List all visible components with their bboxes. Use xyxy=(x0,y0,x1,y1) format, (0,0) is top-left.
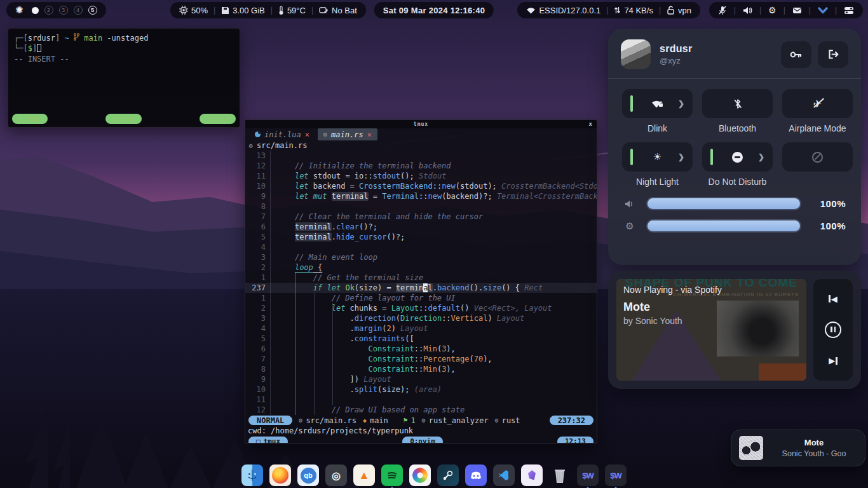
code-line[interactable]: 6 Constraint::Min(3), xyxy=(245,344,597,354)
workspace-3[interactable]: 3 xyxy=(59,6,68,15)
code-area[interactable]: 1312 // Initialize the terminal backend1… xyxy=(245,151,597,415)
workspace-1[interactable] xyxy=(32,7,39,14)
line-number: 8 xyxy=(245,364,271,374)
tmux-session-name[interactable]: □HUD xyxy=(12,114,48,124)
code-line[interactable]: 13 xyxy=(245,151,597,161)
tmux-editor-window[interactable]: tmux x init.lua × ⚙ main.rs × ⚙ src/main… xyxy=(245,119,597,444)
speaker-icon[interactable] xyxy=(743,6,752,15)
code-line[interactable]: 8 xyxy=(245,201,597,212)
code-line[interactable]: 2 let chunks = Layout::default() Vec<Rec… xyxy=(245,303,597,313)
next-track-button[interactable]: ▶ xyxy=(829,356,837,365)
tab-close-icon[interactable]: × xyxy=(305,130,309,139)
dock-item-w-app-2[interactable]: $W xyxy=(605,464,627,486)
previous-track-button[interactable]: ◀ xyxy=(829,295,837,303)
brightness-slider[interactable] xyxy=(646,219,801,233)
dock-item-finder[interactable] xyxy=(241,464,263,486)
dock-item-spotify[interactable] xyxy=(381,464,403,486)
chevron-right-icon[interactable]: ❯ xyxy=(678,99,684,108)
hud-terminal-window[interactable]: ┌─[srdusr] ~ main -unstaged └─[$] -- INS… xyxy=(8,28,240,128)
code-line[interactable]: 12 // Draw UI based on app state xyxy=(245,405,597,415)
tmux-session-name[interactable]: □tmux xyxy=(248,437,288,444)
window-close-button[interactable]: x xyxy=(589,121,593,127)
chevron-right-icon[interactable]: ❯ xyxy=(678,152,684,161)
tab-main-rs[interactable]: ⚙ main.rs × xyxy=(318,128,377,140)
dock-item-discord[interactable] xyxy=(465,464,487,486)
code-line[interactable]: 3 .direction(Direction::Vertical) Layout xyxy=(245,313,597,323)
toggle-blocked[interactable] xyxy=(782,142,853,172)
hud-tmux-statusbar: □HUD 0:zsh 12:14 xyxy=(12,114,236,124)
thermometer-icon xyxy=(278,6,284,15)
code-line[interactable]: 4 .margin(2) Layout xyxy=(245,323,597,334)
cwd-line: cwd: /home/srdusr/projects/typerpunk xyxy=(245,426,597,436)
workspace-5[interactable]: 5 xyxy=(88,6,97,15)
tmux-window-label[interactable]: 0:zsh xyxy=(105,114,142,124)
tab-init-lua[interactable]: init.lua × xyxy=(249,128,315,140)
tmux-window-label[interactable]: 0:nvim xyxy=(402,437,443,444)
statusline-file: ⚙src/main.rs xyxy=(299,416,356,425)
dock-item-firefox[interactable] xyxy=(269,464,291,486)
dock-item-photos[interactable] xyxy=(409,464,431,486)
tab-close-icon[interactable]: × xyxy=(367,130,372,139)
microphone-muted-icon[interactable] xyxy=(718,6,727,15)
flag-icon: ⚑ xyxy=(403,416,408,424)
sliders-tray-icon[interactable] xyxy=(844,6,854,15)
launcher-logo-icon[interactable]: ✺ xyxy=(15,4,24,16)
dock-item-w-app-1[interactable]: $W xyxy=(577,464,599,486)
code-line[interactable]: 1 // Get the terminal size xyxy=(245,273,597,283)
music-notification[interactable]: Mote Sonic Youth - Goo xyxy=(731,430,865,466)
code-line[interactable]: 1 // Define layout for the UI xyxy=(245,293,597,303)
dock-item-qbittorrent[interactable]: qb xyxy=(297,464,319,486)
code-line[interactable]: 237 if let Ok(size) = terminal.backend()… xyxy=(245,283,597,293)
code-line[interactable]: 3 // Main event loop xyxy=(245,252,597,262)
logout-icon xyxy=(828,50,839,59)
clock-pill[interactable]: Sat 09 Mar 2024 12:16:40 xyxy=(374,2,494,18)
vpn-stat[interactable]: vpn xyxy=(667,6,691,15)
dock-item-obs[interactable]: ◎ xyxy=(325,464,347,486)
code-line[interactable]: 7 // Clear the terminal and hide the cur… xyxy=(245,212,597,222)
workspaces-pill: ✺ 2 3 4 5 xyxy=(6,2,106,18)
line-number: 8 xyxy=(245,201,271,212)
toggle-airplane-mode[interactable]: ✈ xyxy=(782,89,853,118)
line-number: 11 xyxy=(245,171,271,181)
code-line[interactable]: 7 Constraint::Percentage(70), xyxy=(245,354,597,364)
workspace-4[interactable]: 4 xyxy=(74,6,83,15)
code-line[interactable]: 5 terminal.hide_cursor()?; xyxy=(245,232,597,242)
dock-item-vlc[interactable]: ▲ xyxy=(353,464,375,486)
dock-item-steam[interactable] xyxy=(437,464,459,486)
dock-item-trash[interactable] xyxy=(549,464,571,486)
lock-keys-button[interactable] xyxy=(781,41,811,68)
settings-gear-icon[interactable]: ⚙ xyxy=(768,5,776,15)
statusline-diagnostics: ⚑1 xyxy=(403,416,416,425)
chevron-down-icon[interactable] xyxy=(818,7,828,14)
brightness-icon: ⚙ xyxy=(623,220,636,232)
wifi-stat[interactable]: ESSID/127.0.0.1 xyxy=(526,6,600,15)
rust-file-icon: ⚙ xyxy=(249,142,253,149)
toggle-night-light[interactable]: ☀ ❯ xyxy=(622,142,693,172)
pause-button[interactable] xyxy=(825,322,841,338)
brightness-slider-row: ⚙ 100% xyxy=(623,219,846,233)
toggle-do-not-disturb[interactable]: ❯ xyxy=(702,142,773,172)
dock-item-vscode[interactable] xyxy=(493,464,515,486)
code-line[interactable]: 10 let backend = CrosstermBackend::new(s… xyxy=(245,181,597,191)
workspace-2[interactable]: 2 xyxy=(44,6,53,15)
code-line[interactable]: 9 ]) Layout xyxy=(245,374,597,384)
album-art[interactable]: SHAPE OF PUNK TO COME A CHIMERICAL BOMBI… xyxy=(616,279,806,381)
mail-icon[interactable] xyxy=(792,6,802,14)
code-line[interactable]: 10 .split(size); (area) xyxy=(245,384,597,395)
code-line[interactable]: 8 Constraint::Min(3), xyxy=(245,364,597,374)
code-line[interactable]: 12 // Initialize the terminal backend xyxy=(245,161,597,171)
code-line[interactable]: 4 xyxy=(245,242,597,252)
toggle-wifi-dlink[interactable]: ❯ xyxy=(622,89,693,118)
code-line[interactable]: 11 xyxy=(245,395,597,405)
logout-button[interactable] xyxy=(818,41,848,68)
chevron-right-icon[interactable]: ❯ xyxy=(758,152,764,161)
divider xyxy=(608,78,861,79)
dock-item-obsidian[interactable] xyxy=(521,464,543,486)
code-line[interactable]: 11 let stdout = io::stdout(); Stdout xyxy=(245,171,597,181)
code-line[interactable]: 2 loop { xyxy=(245,262,597,273)
volume-slider[interactable] xyxy=(646,197,801,210)
code-line[interactable]: 6 terminal.clear()?; xyxy=(245,222,597,232)
toggle-bluetooth[interactable] xyxy=(702,89,773,118)
code-line[interactable]: 9 let mut terminal = Terminal::new(backe… xyxy=(245,191,597,201)
code-line[interactable]: 5 .constraints([ xyxy=(245,334,597,344)
